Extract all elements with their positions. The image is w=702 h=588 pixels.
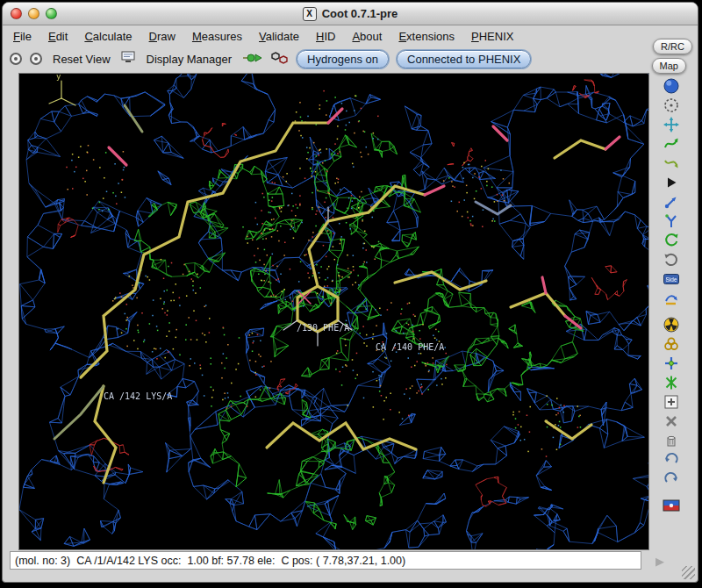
edit-chi-angles-icon[interactable] [660,231,683,250]
flag-icon[interactable] [660,496,683,515]
side-label: Side [665,276,677,283]
window-title: X Coot 0.7.1-pre [303,7,398,21]
status-bar: (mol. no: 3) CA /1/A/142 LYS occ: 1.00 b… [10,551,641,570]
menu-validate[interactable]: Validate [259,30,299,43]
go-to-ligand-icon[interactable] [242,53,263,66]
translate-zone-icon[interactable] [660,115,683,134]
title-bar[interactable]: X Coot 0.7.1-pre [3,3,698,25]
reset-view-button[interactable]: Reset View [50,52,113,67]
add-atom-icon[interactable] [660,354,683,373]
sphere-icon[interactable] [660,76,683,96]
status-text: (mol. no: 3) CA /1/A/142 LYS occ: 1.00 b… [15,555,405,567]
regularize-icon[interactable] [660,154,683,173]
display-manager-button[interactable]: Display Manager [144,52,235,67]
rotamers-icon[interactable] [660,212,683,231]
menu-file[interactable]: File [13,30,32,43]
hazard-icon[interactable] [660,334,683,354]
close-icon[interactable] [660,412,683,431]
window-controls [11,8,57,19]
menu-calculate[interactable]: Calculate [84,30,132,43]
coot-window: X Coot 0.7.1-pre File Edit Calculate Dra… [2,2,698,583]
real-space-refine-icon[interactable] [660,134,683,154]
display-manager-icon [121,51,136,67]
phenix-connection-button[interactable]: Connected to PHENIX [397,50,531,68]
menu-about[interactable]: About [352,30,382,43]
round-toggle-icon-2[interactable] [30,53,42,65]
menu-edit[interactable]: Edit [48,30,68,43]
gl-viewport: /130 PHE/ACA /140 PHE/ACA /142 LYS/A y [18,73,649,550]
add-residue-icon[interactable] [660,392,683,412]
modelling-sidebar: Side [647,73,696,543]
delete-item-icon[interactable] [660,431,683,450]
menu-phenix[interactable]: PHENIX [471,30,513,43]
rigid-body-fit-icon[interactable] [660,192,683,212]
menu-measures[interactable]: Measures [192,30,242,43]
side-chain-180-icon[interactable]: Side [660,269,683,289]
play-icon[interactable] [660,173,683,192]
script-play-icon[interactable]: ▶ [655,555,664,568]
menu-bar: File Edit Calculate Draw Measures Valida… [3,25,698,47]
flip-peptide-icon[interactable] [660,289,683,308]
zoom-window-button[interactable] [46,8,57,19]
radiation-icon[interactable] [660,315,683,334]
redo-icon[interactable] [660,470,683,489]
main-toolbar: Reset View Display Manager Hydrogens on … [3,47,698,71]
hydrogens-toggle-button[interactable]: Hydrogens on [297,50,389,68]
rotate-translate-icon[interactable] [660,250,683,269]
undo-icon[interactable] [660,450,683,470]
close-window-button[interactable] [11,8,22,19]
menu-draw[interactable]: Draw [149,30,176,43]
round-toggle-icon-1[interactable] [10,53,22,65]
map-button[interactable]: Map [652,58,686,74]
minimize-window-button[interactable] [28,8,39,19]
resize-grip[interactable] [682,566,695,579]
menu-hid[interactable]: HID [316,30,335,43]
add-alt-conf-icon[interactable] [660,373,683,392]
gl-canvas[interactable] [19,74,648,549]
x11-icon: X [303,7,317,21]
rrc-button[interactable]: R/RC [653,39,692,54]
sphere-refine-icon[interactable] [660,96,683,115]
window-title-text: Coot 0.7.1-pre [322,7,398,20]
menu-extensions[interactable]: Extensions [398,30,455,43]
ligand-builder-icon[interactable] [271,51,289,68]
